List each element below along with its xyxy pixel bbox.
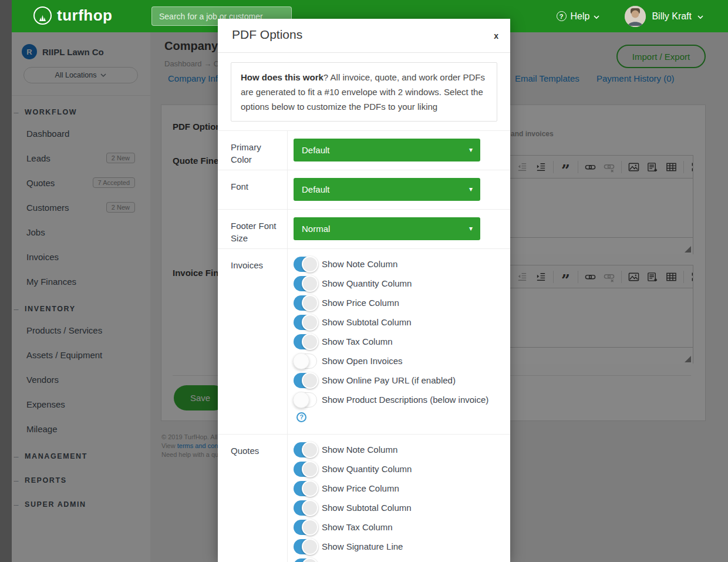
toggle-show-quantity-column[interactable] (294, 462, 317, 477)
toggle-option: Show Tax Column (294, 520, 500, 535)
modal-row-footer-font-size: Footer Font SizeNormal▾ (218, 209, 510, 248)
toggle-show-signature-line[interactable] (294, 539, 317, 554)
toggle-knob (302, 372, 318, 389)
toggle-option: Show Quantity Column (294, 276, 500, 291)
toggle-knob (302, 334, 318, 350)
selected-value: Default (302, 145, 330, 155)
toggle-option: Show Subtotal Column (294, 315, 500, 330)
toggle-knob (293, 353, 309, 369)
brand-logo[interactable]: turfhop (33, 6, 112, 25)
toggle-option: Show Note Column (294, 442, 500, 457)
toggle-show-tax-column[interactable] (294, 334, 317, 349)
toggle-label: Show Note Column (322, 445, 397, 455)
field-label: Footer Font Size (218, 210, 288, 248)
toggle-option: Show Product Descriptions (below invoice… (294, 392, 500, 423)
toggle-label: Show Open Invoices (322, 356, 403, 366)
field-control: Normal▾ (288, 210, 510, 248)
primary-color-select[interactable]: Default▾ (294, 139, 480, 161)
field-label: Quotes (218, 435, 288, 562)
toggle-label: Show Quantity Column (322, 464, 412, 474)
toggle-option: Show Subtotal Column (294, 500, 500, 516)
help-menu[interactable]: ? Help (557, 11, 600, 22)
toggle-show-open-invoices[interactable] (294, 354, 317, 369)
footer-font-size-select[interactable]: Normal▾ (294, 217, 480, 240)
modal-row-primary-color: Primary ColorDefault▾ (218, 130, 510, 170)
field-label: Invoices (218, 249, 288, 434)
toggle-label: Show Price Column (322, 298, 399, 308)
grass-logo-icon (33, 6, 52, 25)
pdf-options-modal: PDF Options x How does this work? All in… (218, 19, 510, 562)
toggle-label: Show Product Descriptions (below invoice… (322, 395, 488, 405)
brand-name: turfhop (57, 6, 112, 25)
field-control: Default▾ (288, 131, 510, 170)
toggle-knob (302, 314, 318, 331)
help-label: Help (571, 11, 590, 22)
toggle-show-subtotal-column[interactable] (294, 315, 317, 330)
toggle-label: Show Subtotal Column (322, 503, 412, 513)
modal-header: PDF Options x (218, 19, 510, 53)
close-icon[interactable]: x (494, 32, 498, 40)
toggle-show-product-descriptions-below-invoice[interactable] (294, 392, 317, 408)
toggle-option: Show Tax Column (294, 334, 500, 349)
toggle-knob (302, 500, 318, 516)
toggle-option: Show Price Column (294, 481, 500, 496)
toggle-label: Show Tax Column (322, 522, 393, 532)
toggle-knob (302, 442, 318, 458)
toggle-label: Show Price Column (322, 483, 399, 493)
selected-value: Default (302, 184, 330, 194)
field-control: Default▾ (288, 170, 510, 209)
toggle-show-note-column[interactable] (294, 442, 317, 457)
toggle-option: Show Price Column (294, 295, 500, 311)
toggle-show-online-pay-url-if-enabled[interactable] (294, 373, 317, 388)
modal-title: PDF Options (232, 28, 302, 42)
caret-down-icon: ▾ (469, 178, 473, 201)
toggle-knob (302, 461, 318, 477)
modal-row-quotes: QuotesShow Note ColumnShow Quantity Colu… (218, 434, 510, 562)
toggle-option: Show Note Column (294, 257, 500, 272)
modal-rows: Primary ColorDefault▾FontDefault▾Footer … (218, 130, 510, 562)
question-icon[interactable]: ? (296, 412, 306, 422)
toggle-label: Show Signature Line (322, 541, 403, 551)
modal-intro: How does this work? All invoice, quote, … (231, 62, 497, 122)
modal-row-font: FontDefault▾ (218, 170, 510, 209)
avatar (625, 6, 646, 27)
caret-down-icon: ▾ (469, 139, 473, 161)
screen-edge-strip (0, 0, 12, 562)
font-select[interactable]: Default▾ (294, 178, 480, 201)
toggle-option: Show Product Descriptions (below quote)? (294, 558, 500, 562)
toggle-show-product-descriptions-below-quote[interactable] (294, 558, 317, 562)
toggle-option: Show Quantity Column (294, 462, 500, 477)
toggle-knob (302, 519, 318, 536)
toggle-show-subtotal-column[interactable] (294, 500, 317, 516)
toggle-label: Show Note Column (322, 259, 397, 269)
toggle-option: Show Online Pay URL (if enabled) (294, 373, 500, 388)
chevron-down-icon (594, 11, 599, 22)
toggle-knob (302, 275, 318, 292)
toggle-knob (293, 392, 309, 408)
toggle-knob (302, 558, 318, 562)
toggle-knob (302, 256, 318, 272)
field-control: Show Note ColumnShow Quantity ColumnShow… (288, 435, 510, 562)
user-name: Billy Kraft (652, 11, 692, 22)
selected-value: Normal (302, 224, 330, 234)
toggle-knob (302, 480, 318, 497)
toggle-show-note-column[interactable] (294, 257, 317, 272)
intro-bold: How does this work (241, 72, 323, 82)
toggle-option: Show Signature Line (294, 539, 500, 554)
field-label: Primary Color (218, 131, 288, 170)
toggle-show-quantity-column[interactable] (294, 276, 317, 291)
toggle-option: Show Open Invoices (294, 354, 500, 369)
field-label: Font (218, 170, 288, 209)
caret-down-icon: ▾ (469, 217, 473, 240)
help-icon: ? (557, 11, 567, 21)
user-menu[interactable]: Billy Kraft (625, 6, 703, 27)
toggle-show-price-column[interactable] (294, 481, 317, 496)
toggle-knob (302, 295, 318, 311)
toggle-label: Show Subtotal Column (322, 317, 412, 327)
toggle-show-tax-column[interactable] (294, 520, 317, 535)
toggle-knob (302, 539, 318, 555)
chevron-down-icon (697, 11, 703, 22)
toggle-show-price-column[interactable] (294, 295, 317, 311)
toggle-label: Show Tax Column (322, 336, 393, 346)
modal-row-invoices: InvoicesShow Note ColumnShow Quantity Co… (218, 248, 510, 434)
